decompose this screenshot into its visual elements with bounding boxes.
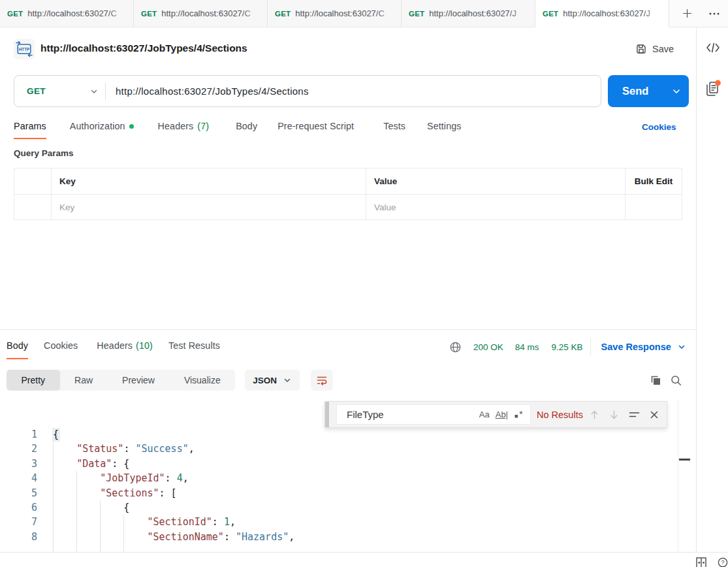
view-mode-group: PrettyRawPreviewVisualize xyxy=(7,370,235,391)
request-tab-2[interactable]: GEThttp://localhost:63027/C xyxy=(134,0,268,27)
row-end-cell xyxy=(625,195,682,219)
more-options-icon[interactable] xyxy=(708,8,720,19)
request-tab-label: Pre-request Script xyxy=(277,121,354,131)
response-body-code[interactable]: 1{2 "Status": "Success",3 "Data": {4 "Jo… xyxy=(0,427,678,544)
response-tab-label: Headers xyxy=(97,340,133,351)
code-snippet-icon[interactable] xyxy=(697,42,728,54)
two-pane-layout-icon[interactable] xyxy=(696,557,706,567)
scroll-position-marker[interactable] xyxy=(679,459,690,461)
network-globe-icon[interactable] xyxy=(449,341,462,353)
send-button[interactable]: Send xyxy=(608,75,689,107)
code-line: 7 "SectionId": 1, xyxy=(0,515,678,529)
view-mode-visualize[interactable]: Visualize xyxy=(169,370,235,391)
request-tab-label: Settings xyxy=(427,121,461,131)
request-tab-label: Body xyxy=(236,121,257,131)
line-content: { xyxy=(53,500,129,515)
url-builder: GEThttp://localhost:63027/JobTypes/4/Sec… xyxy=(14,75,601,107)
response-time[interactable]: 84 ms xyxy=(515,342,539,352)
request-tab-authorization[interactable]: Authorization xyxy=(70,121,134,139)
query-params-header-row: KeyValueBulk Edit xyxy=(14,169,682,194)
format-dropdown[interactable]: JSON xyxy=(245,370,300,391)
request-tab-1[interactable]: GEThttp://localhost:63027/C xyxy=(0,0,134,27)
regex-toggle[interactable]: * xyxy=(514,409,525,421)
wrap-lines-button[interactable] xyxy=(311,370,333,391)
request-tab-pre-request-script[interactable]: Pre-request Script xyxy=(277,121,354,139)
response-body-editor: 1{2 "Status": "Success",3 "Data": {4 "Jo… xyxy=(0,396,696,552)
save-button[interactable]: Save xyxy=(635,40,674,57)
bulk-edit-button[interactable]: Bulk Edit xyxy=(625,169,682,194)
view-mode-preview[interactable]: Preview xyxy=(108,370,170,391)
response-tab-test-results[interactable]: Test Results xyxy=(168,340,220,359)
match-case-toggle[interactable]: Aa xyxy=(479,410,490,419)
find-results-status: No Results xyxy=(537,410,583,420)
find-input[interactable]: FileTypeAaAb|* xyxy=(336,404,531,425)
line-content: "Status": "Success", xyxy=(53,442,195,456)
find-panel-handle[interactable] xyxy=(325,402,329,427)
tab-url-label: http://localhost:63027/C xyxy=(27,8,117,18)
close-find-icon[interactable] xyxy=(650,410,659,419)
request-tab-settings[interactable]: Settings xyxy=(427,121,461,139)
row-select-cell[interactable] xyxy=(14,195,52,219)
request-tab-4[interactable]: GEThttp://localhost:63027/J xyxy=(402,0,535,27)
save-response-chevron-icon[interactable] xyxy=(677,342,686,351)
request-tab-5[interactable]: GEThttp://localhost:63027/J xyxy=(535,0,669,27)
tab-bar: GEThttp://localhost:63027/CGEThttp://loc… xyxy=(0,0,728,27)
response-tab-headers[interactable]: Headers(10) xyxy=(97,340,153,359)
value-input[interactable]: Value xyxy=(366,195,625,219)
request-tab-headers[interactable]: Headers(7) xyxy=(158,121,210,139)
response-tab-count: (10) xyxy=(136,340,153,351)
method-selected: GET xyxy=(27,86,46,96)
tab-method-label: GET xyxy=(141,10,157,18)
request-title-bar: HTTPhttp://localhost:63027/JobTypes/4/Se… xyxy=(0,27,696,71)
response-tab-label: Body xyxy=(7,340,28,351)
line-number: 2 xyxy=(0,442,37,456)
request-section-tabs: ParamsAuthorizationHeaders(7)BodyPre-req… xyxy=(14,121,462,143)
response-splitter[interactable] xyxy=(0,329,696,330)
line-number: 8 xyxy=(0,530,37,544)
format-chevron-icon xyxy=(283,376,292,385)
documentation-icon[interactable] xyxy=(697,80,728,98)
find-query-text: FileType xyxy=(347,409,473,420)
line-content: { xyxy=(53,427,59,442)
response-tab-body[interactable]: Body xyxy=(7,340,28,359)
line-content: "Sections": [ xyxy=(53,486,177,500)
status-badge[interactable]: 200 OK xyxy=(473,342,503,352)
request-tab-params[interactable]: Params xyxy=(14,121,46,139)
add-tab-icon[interactable] xyxy=(682,8,693,19)
send-options-chevron-icon[interactable] xyxy=(671,86,682,97)
search-in-body-icon[interactable] xyxy=(670,374,682,387)
help-icon[interactable]: ? xyxy=(718,557,728,567)
http-request-icon: HTTP xyxy=(14,39,35,59)
url-input[interactable]: http://localhost:63027/JobTypes/4/Sectio… xyxy=(106,86,309,97)
response-tab-label: Test Results xyxy=(168,340,220,351)
request-tab-body[interactable]: Body xyxy=(236,121,257,139)
cookies-link[interactable]: Cookies xyxy=(642,122,676,132)
response-tab-cookies[interactable]: Cookies xyxy=(44,340,78,359)
request-tab-tests[interactable]: Tests xyxy=(383,121,405,139)
save-response-button[interactable]: Save Response xyxy=(601,342,671,352)
query-params-empty-row: KeyValue xyxy=(14,194,682,219)
row-select-cell xyxy=(14,169,52,194)
response-size[interactable]: 9.25 KB xyxy=(552,342,583,352)
request-tab-count: (7) xyxy=(197,121,209,131)
request-title: http://localhost:63027/JobTypes/4/Sectio… xyxy=(40,42,247,54)
request-tab-label: Params xyxy=(14,121,46,131)
line-number: 3 xyxy=(0,457,37,471)
copy-icon[interactable] xyxy=(650,374,662,387)
request-tab-3[interactable]: GEThttp://localhost:63027/C xyxy=(268,0,402,27)
request-tab-label: Authorization xyxy=(70,121,125,131)
meta-separator xyxy=(590,338,591,355)
find-in-selection-icon[interactable] xyxy=(629,410,640,419)
view-mode-pretty[interactable]: Pretty xyxy=(7,370,60,391)
find-next-icon[interactable] xyxy=(609,410,619,420)
method-dropdown[interactable]: GET xyxy=(14,76,105,106)
tab-url-label: http://localhost:63027/J xyxy=(429,8,516,18)
save-icon xyxy=(635,43,647,55)
response-action-icons xyxy=(650,370,682,391)
view-mode-raw[interactable]: Raw xyxy=(60,370,108,391)
whole-word-toggle[interactable]: Ab| xyxy=(496,410,508,419)
key-input[interactable]: Key xyxy=(52,195,366,219)
find-previous-icon[interactable] xyxy=(590,410,599,420)
format-selected: JSON xyxy=(253,376,277,385)
find-panel: FileTypeAaAb|*No Results xyxy=(324,401,667,428)
